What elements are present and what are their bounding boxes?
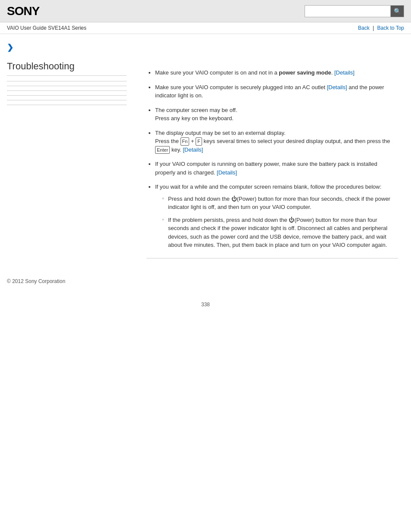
main-content: ❯ Troubleshooting Make sure your VAIO co…: [0, 34, 411, 270]
content-area: Make sure your VAIO computer is on and n…: [134, 34, 411, 270]
copyright: © 2012 Sony Corporation: [7, 278, 65, 284]
enter-key: Enter: [155, 146, 170, 154]
item-text: Make sure your VAIO computer is on and n…: [155, 69, 333, 76]
details-link-4[interactable]: [Details]: [217, 169, 237, 176]
back-to-top-link[interactable]: Back to Top: [377, 25, 404, 31]
sidebar-divider-6: [7, 105, 127, 105]
list-item: If your VAIO computer is running on batt…: [155, 160, 398, 177]
list-item: The display output may be set to an exte…: [155, 129, 398, 154]
sidebar-title: Troubleshooting: [7, 61, 127, 76]
breadcrumb: VAIO User Guide SVE14A1 Series: [7, 25, 87, 31]
f-key: F: [196, 137, 202, 146]
sidebar-divider-2: [7, 86, 127, 86]
details-link-3[interactable]: [Details]: [183, 146, 203, 153]
list-item: If you wait for a while and the computer…: [155, 183, 398, 249]
search-input[interactable]: [305, 5, 391, 17]
item-text: If you wait for a while and the computer…: [155, 184, 381, 190]
details-link-2[interactable]: [Details]: [327, 84, 347, 90]
content-footer: [146, 258, 398, 261]
sony-logo: SONY: [7, 4, 39, 18]
sidebar-arrow[interactable]: ❯: [7, 43, 127, 52]
search-icon: 🔍: [394, 8, 401, 15]
search-button[interactable]: 🔍: [390, 5, 404, 17]
item-text: Make sure your VAIO computer is securely…: [155, 84, 327, 90]
page-header: SONY 🔍: [0, 0, 411, 22]
sidebar-divider-4: [7, 95, 127, 96]
nav-separator: |: [373, 25, 374, 31]
item-text: The computer screen may be off.Press any…: [155, 107, 237, 122]
page-number: 338: [0, 293, 411, 316]
fn-key: Fn: [181, 137, 190, 146]
sidebar: ❯ Troubleshooting: [0, 34, 134, 270]
sidebar-divider-3: [7, 90, 127, 91]
search-area: 🔍: [305, 5, 404, 17]
nav-links: Back | Back to Top: [358, 25, 404, 31]
list-item: Make sure your VAIO computer is on and n…: [155, 68, 398, 77]
page-footer: © 2012 Sony Corporation: [0, 270, 411, 293]
content-list: Make sure your VAIO computer is on and n…: [146, 68, 398, 249]
nav-bar: VAIO User Guide SVE14A1 Series Back | Ba…: [0, 22, 411, 34]
sub-list-item: Press and hold down the ⏻(Power) button …: [162, 195, 398, 212]
list-item: Make sure your VAIO computer is securely…: [155, 83, 398, 100]
sidebar-divider-5: [7, 100, 127, 100]
sub-item-text: If the problem persists, press and hold …: [168, 217, 387, 249]
back-link[interactable]: Back: [358, 25, 370, 31]
details-link-1[interactable]: [Details]: [334, 69, 355, 76]
item-text: If your VAIO computer is running on batt…: [155, 161, 377, 176]
sidebar-divider-1: [7, 81, 127, 81]
sub-list: Press and hold down the ⏻(Power) button …: [155, 195, 398, 249]
sub-item-text: Press and hold down the ⏻(Power) button …: [168, 196, 390, 211]
list-item: The computer screen may be off.Press any…: [155, 106, 398, 123]
sub-list-item: If the problem persists, press and hold …: [162, 216, 398, 249]
